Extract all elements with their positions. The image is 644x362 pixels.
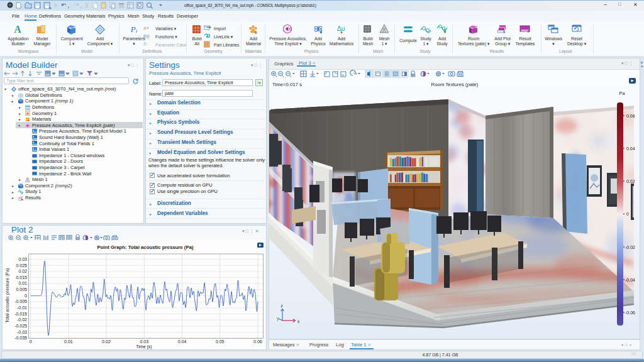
svg-text:Point Graph: Total acoustic pr: Point Graph: Total acoustic pressure (Pa…	[97, 244, 194, 250]
svg-text:Pa: Pa	[619, 90, 625, 96]
svg-text:0: 0	[626, 212, 629, 216]
svg-text:0: 0	[25, 293, 27, 298]
svg-text:0.02: 0.02	[18, 269, 27, 273]
svg-text:0.06: 0.06	[626, 114, 635, 118]
svg-text:Δu: Δu	[337, 25, 345, 32]
svg-text:0.04: 0.04	[178, 339, 187, 344]
svg-text:0.04: 0.04	[626, 146, 635, 151]
svg-text:-0.03: -0.03	[17, 330, 27, 334]
svg-text:-0.04: -0.04	[625, 278, 635, 282]
svg-text:-0.015: -0.015	[14, 312, 27, 316]
svg-text:-0.035: -0.035	[14, 336, 27, 340]
svg-text:-0.02: -0.02	[625, 245, 635, 250]
svg-text:0.015: 0.015	[16, 275, 27, 280]
svg-text:z: z	[280, 304, 282, 308]
svg-text:0.005: 0.005	[16, 287, 27, 292]
svg-text:0.03: 0.03	[18, 257, 27, 261]
svg-text:0: 0	[30, 339, 32, 344]
svg-text:0.01: 0.01	[18, 281, 27, 285]
svg-text:0.05: 0.05	[216, 339, 225, 344]
svg-text:0.025: 0.025	[16, 263, 27, 268]
svg-text:Total acoustic pressure (Pa): Total acoustic pressure (Pa)	[5, 268, 10, 323]
svg-text:0.01: 0.01	[64, 339, 73, 344]
svg-text:-0.025: -0.025	[14, 324, 27, 328]
svg-text:-0.005: -0.005	[14, 299, 27, 304]
svg-text:0.06: 0.06	[253, 339, 262, 344]
svg-text:0.02: 0.02	[102, 339, 111, 344]
svg-text:-0.06: -0.06	[625, 310, 635, 315]
svg-text:Time (s): Time (s)	[136, 344, 152, 349]
svg-text:Time=0.017 s: Time=0.017 s	[272, 82, 302, 87]
svg-text:-0.02: -0.02	[17, 317, 27, 322]
svg-text:0.03: 0.03	[140, 339, 148, 344]
svg-text:-0.01: -0.01	[17, 305, 27, 310]
svg-text:Room Textures (pate): Room Textures (pate)	[431, 82, 479, 87]
svg-text:0.02: 0.02	[626, 179, 635, 184]
